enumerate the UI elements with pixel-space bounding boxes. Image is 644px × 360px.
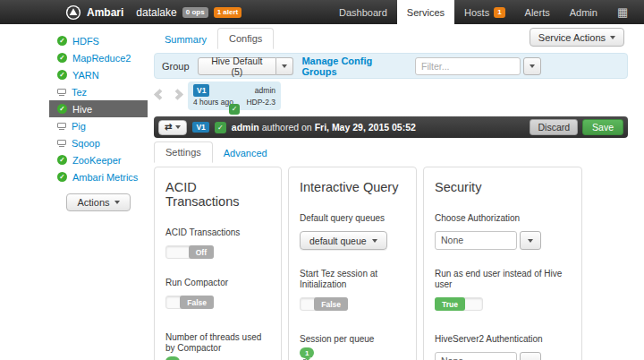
nav-alerts[interactable]: Alerts [515, 0, 560, 24]
nav-services-label: Services [407, 7, 445, 18]
control-label: Run Compactor [165, 278, 270, 288]
tab-summary[interactable]: Summary [154, 30, 217, 49]
services-sidebar: ✓ HDFS ✓ MapReduce2 ✓ YARN Tez ✓ Hive Pi… [49, 32, 148, 211]
panel-security: Security Choose Authorization None Run a… [423, 167, 582, 360]
slider-value-badge: 0 [165, 356, 180, 360]
service-label: MapReduce2 [72, 53, 131, 64]
filter-caret-button[interactable] [523, 57, 541, 75]
control-label: Choose Authorization [435, 213, 571, 224]
health-check-icon: ✓ [57, 155, 67, 165]
start-tez-session-toggle[interactable]: False [300, 297, 348, 311]
run-as-end-user-group: Run as end user instead of Hive user Tru… [435, 269, 571, 311]
service-label: HDFS [72, 36, 99, 47]
control-label: Default query queues [300, 213, 405, 224]
tab-configs[interactable]: Configs [217, 28, 274, 49]
settings-panels: ACID Transactions ACID Transactions Off … [154, 167, 628, 360]
cluster-name: datalake [136, 6, 176, 19]
version-badge: V1 [192, 122, 208, 133]
group-label: Group [162, 61, 190, 72]
health-check-icon: ✓ [57, 104, 67, 114]
run-compactor-group: Run Compactor False [165, 278, 270, 309]
sidebar-item-ambari-metrics[interactable]: ✓ Ambari Metrics [49, 168, 148, 185]
service-actions-button[interactable]: Service Actions [530, 28, 624, 47]
control-label: Session per queue [300, 334, 405, 345]
save-button[interactable]: Save [582, 119, 623, 135]
config-group-caret-button[interactable] [276, 57, 293, 75]
version-authored-message: admin authored on Fri, May 29, 2015 05:5… [232, 122, 416, 133]
hiveserver2-auth-select-value[interactable]: None [435, 352, 517, 360]
sidebar-item-yarn[interactable]: ✓ YARN [49, 66, 148, 83]
service-config-main: Summary Configs Service Actions Group Hi… [154, 24, 628, 360]
filter-group [415, 57, 541, 75]
toggle-value: False [314, 297, 348, 311]
service-actions-label: Service Actions [538, 32, 606, 43]
health-check-icon: ✓ [57, 36, 67, 46]
tab-settings[interactable]: Settings [154, 141, 213, 163]
views-menu-button[interactable]: ▦ [607, 0, 638, 24]
control-label: Number of threads used by Compactor [165, 332, 270, 354]
nav-dashboard-label: Dashboard [339, 7, 387, 18]
control-label: Run as end user instead of Hive user [435, 269, 571, 290]
sidebar-item-hive[interactable]: ✓ Hive [49, 100, 148, 117]
previous-versions-chevron-icon[interactable] [154, 89, 165, 100]
acid-transactions-toggle[interactable]: Off [165, 245, 214, 259]
version-card[interactable]: V1 admin 4 hours ago HDP-2.3 ✓ [188, 81, 281, 110]
ambari-logo-icon[interactable] [65, 4, 81, 21]
panel-title: ACID Transactions [165, 180, 270, 209]
health-check-icon: ✓ [57, 70, 67, 80]
compare-versions-button[interactable]: ⇄ [158, 120, 187, 135]
health-check-icon: ✓ [57, 53, 67, 63]
run-as-end-user-toggle[interactable]: True [435, 297, 483, 311]
control-label: Start Tez session at Initialization [300, 269, 405, 290]
nav-admin[interactable]: Admin [560, 0, 607, 24]
toggle-value: False [180, 296, 214, 309]
hiveserver2-auth-select-caret[interactable] [520, 352, 541, 360]
authorization-select-caret[interactable] [520, 231, 541, 250]
nav-dashboard[interactable]: Dashboard [329, 0, 397, 24]
tab-advanced[interactable]: Advanced [213, 143, 278, 163]
hiveserver2-auth-select: None [435, 352, 571, 360]
manage-config-groups-link[interactable]: Manage Config Groups [301, 56, 407, 77]
config-group-value[interactable]: Hive Default (5) [198, 57, 276, 75]
sidebar-item-zookeeper[interactable]: ✓ ZooKeeper [49, 151, 148, 168]
sidebar-item-hdfs[interactable]: ✓ HDFS [49, 32, 148, 49]
next-versions-chevron-icon[interactable] [172, 89, 183, 100]
sidebar-actions-area: Actions [49, 193, 148, 211]
version-verb: authored on [262, 122, 312, 133]
sidebar-item-sqoop[interactable]: Sqoop [49, 134, 148, 151]
hiveserver2-auth-group: HiveServer2 Authentication None [435, 334, 571, 360]
acid-transactions-group: ACID Transactions Off [165, 227, 270, 259]
sidebar-item-pig[interactable]: Pig [49, 117, 148, 134]
brand-area: Ambari datalake 0 ops 1 alert [65, 0, 242, 24]
service-label: ZooKeeper [72, 155, 121, 166]
caret-down-icon [114, 201, 120, 204]
caret-down-icon [528, 239, 533, 243]
nav-hosts[interactable]: Hosts 1 [454, 0, 515, 24]
service-label: Tez [72, 87, 87, 98]
version-bar-actions: Discard Save [530, 119, 623, 135]
nav-admin-label: Admin [570, 7, 597, 18]
sidebar-item-tez[interactable]: Tez [49, 83, 148, 100]
version-navigation: V1 admin 4 hours ago HDP-2.3 ✓ [154, 81, 628, 115]
filter-input[interactable] [415, 57, 521, 75]
authorization-select-value[interactable]: None [435, 231, 517, 250]
default-query-queue-dropdown[interactable]: default queue [300, 231, 387, 250]
ops-badge[interactable]: 0 ops [182, 7, 208, 18]
version-author: admin [255, 85, 275, 96]
service-label: Ambari Metrics [72, 172, 138, 183]
config-subtabs: Settings Advanced [154, 142, 628, 163]
sidebar-actions-button[interactable]: Actions [66, 193, 130, 211]
discard-button[interactable]: Discard [530, 119, 578, 135]
sidebar-item-mapreduce2[interactable]: ✓ MapReduce2 [49, 49, 148, 66]
alerts-count-badge[interactable]: 1 alert [214, 7, 242, 18]
control-label: HiveServer2 Authentication [435, 334, 571, 345]
control-label: ACID Transactions [165, 227, 270, 238]
panel-title: Interactive Query [300, 180, 405, 194]
run-compactor-toggle[interactable]: False [165, 296, 214, 309]
caret-down-icon [175, 125, 181, 129]
nav-services[interactable]: Services [397, 0, 454, 24]
panel-interactive-query: Interactive Query Default query queues d… [288, 167, 417, 360]
health-check-icon: ✓ [57, 172, 67, 182]
service-label: YARN [72, 70, 99, 81]
brand-name[interactable]: Ambari [87, 6, 123, 19]
